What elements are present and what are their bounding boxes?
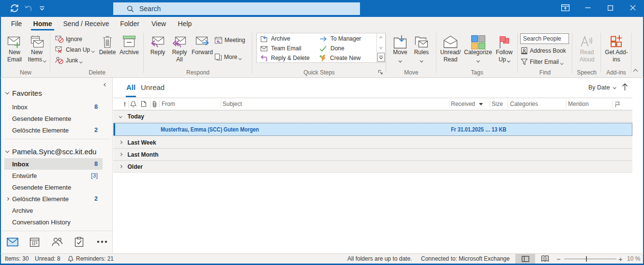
reply-all-button[interactable]: Reply All — [169, 33, 190, 63]
ribbon-display-options-button[interactable] — [554, 0, 576, 17]
reply-button[interactable]: Reply — [147, 33, 168, 56]
tab-view[interactable]: View — [148, 17, 169, 30]
zoom-slider-thumb[interactable] — [586, 256, 587, 262]
flag-status-column-header[interactable] — [613, 98, 622, 110]
tab-home[interactable]: Home — [30, 17, 55, 30]
minimize-button[interactable] — [577, 0, 599, 17]
undo-button[interactable] — [23, 3, 33, 14]
sort-direction-button[interactable] — [622, 83, 628, 92]
dropdown-icon — [79, 60, 82, 63]
folder-favorites-geloeschte-elemente[interactable]: Gelöschte Elemente 2 — [1, 124, 103, 136]
clean-up-button[interactable]: Clean Up — [55, 45, 94, 54]
folder-inbox[interactable]: Inbox 8 — [4, 158, 103, 170]
group-row-older[interactable]: Older — [113, 161, 632, 173]
archive-button[interactable]: Archive — [118, 33, 141, 56]
chevron-right-icon[interactable] — [6, 197, 9, 200]
categorize-button[interactable]: Categorize — [463, 33, 493, 63]
quick-step-archive[interactable]: Archive — [260, 34, 290, 44]
quick-step-team-email[interactable]: Team Email — [260, 44, 301, 53]
gallery-scroll-down-button[interactable] — [377, 43, 385, 53]
nav-mail-button[interactable] — [6, 236, 19, 248]
nav-people-button[interactable] — [51, 236, 63, 248]
move-button[interactable]: Move — [389, 33, 411, 63]
attachment-column-header[interactable] — [150, 98, 159, 110]
tab-send-receive[interactable]: Send / Receive — [61, 17, 111, 30]
zoom-out-button[interactable]: − — [556, 254, 561, 264]
quick-step-to-manager[interactable]: To Manager — [319, 34, 361, 44]
delete-button[interactable]: Delete — [97, 33, 118, 56]
received-column-header[interactable]: Received — [451, 98, 483, 110]
filter-email-button[interactable]: Filter Email — [521, 58, 563, 65]
send-receive-all-folders-button[interactable] — [9, 3, 20, 14]
collapse-ribbon-button[interactable] — [634, 68, 637, 74]
address-book-button[interactable]: Address Book — [521, 47, 566, 55]
gallery-scroll-up-button[interactable] — [377, 33, 385, 43]
folder-entwuerfe[interactable]: Entwürfe [3] — [1, 170, 103, 181]
mention-column-header[interactable]: Mention — [568, 98, 589, 110]
search-people-input[interactable]: Search People — [520, 33, 569, 44]
meeting-button[interactable]: Meeting — [214, 36, 245, 44]
junk-button[interactable]: Junk — [55, 56, 82, 64]
quick-steps-dialog-launcher[interactable] — [378, 70, 384, 75]
folder-favorites-gesendete-elemente[interactable]: Gesendete Elemente — [1, 113, 103, 124]
gallery-more-button[interactable] — [377, 53, 385, 62]
group-label-speech: Speech — [572, 69, 601, 76]
zoom-in-button[interactable]: + — [618, 254, 623, 264]
categories-column-header[interactable]: Categories — [510, 98, 538, 110]
nav-tasks-button[interactable] — [73, 236, 85, 248]
from-column-header[interactable]: From — [162, 98, 175, 110]
item-type-column-header[interactable] — [138, 98, 149, 110]
size-column-header[interactable]: Size — [492, 98, 503, 110]
more-respond-button[interactable]: More — [214, 53, 241, 61]
folder-favorites-inbox[interactable]: Inbox 8 — [1, 101, 103, 113]
tab-unread[interactable]: Unread — [141, 83, 165, 91]
folder-archive[interactable]: Archive — [1, 205, 103, 216]
search-bar[interactable]: Search — [113, 2, 360, 15]
folder-conversation-history[interactable]: Conversation History — [1, 216, 103, 228]
tab-folder[interactable]: Folder — [117, 17, 142, 30]
quick-step-reply-delete-icon — [260, 55, 268, 61]
quick-step-create-new[interactable]: Create New — [319, 53, 360, 63]
status-items[interactable]: Items: 30 — [5, 254, 29, 264]
close-button[interactable] — [622, 0, 644, 17]
follow-up-button[interactable]: Follow Up — [493, 33, 515, 63]
reading-view-button[interactable] — [535, 254, 555, 264]
quick-step-reply-delete[interactable]: Reply & Delete — [260, 53, 310, 63]
get-add-ins-button[interactable]: Get Add-ins — [604, 33, 629, 63]
group-row-last-week[interactable]: Last Week — [113, 136, 632, 148]
read-aloud-label: Read Aloud — [576, 49, 598, 63]
normal-view-button[interactable] — [515, 254, 535, 264]
minimize-folder-pane-button[interactable] — [105, 80, 107, 87]
maximize-button[interactable] — [599, 0, 621, 17]
read-aloud-button[interactable]: Read Aloud — [575, 33, 599, 63]
tab-help[interactable]: Help — [174, 17, 195, 30]
nav-more-button[interactable] — [96, 236, 108, 248]
ignore-button[interactable]: Ignore — [55, 35, 82, 43]
tab-all[interactable]: All — [126, 83, 135, 91]
forward-button[interactable]: Forward — [191, 33, 214, 56]
group-row-last-month[interactable]: Last Month — [113, 148, 632, 161]
folder-gesendete-elemente[interactable]: Gesendete Elemente — [1, 181, 103, 193]
sort-by-button[interactable]: By Date — [588, 84, 615, 91]
nav-calendar-button[interactable] — [28, 236, 41, 248]
importance-column-header[interactable]: ! — [122, 98, 128, 110]
folder-geloeschte-elemente[interactable]: Gelöschte Elemente 2 — [1, 193, 103, 205]
archive-icon — [122, 33, 136, 49]
zoom-slider-track[interactable] — [564, 259, 616, 259]
new-email-button[interactable]: New Email — [3, 33, 26, 63]
message-row[interactable]: Musterfrau, Emma (SCC) Guten Morgen Fr 3… — [113, 123, 632, 136]
new-items-button[interactable]: New Items — [26, 33, 48, 63]
favorites-section-header[interactable]: Favorites — [1, 88, 112, 98]
unread-read-button[interactable]: Unread/ Read — [438, 33, 463, 63]
group-row-today[interactable]: Today — [113, 110, 632, 122]
tab-file[interactable]: File — [6, 17, 27, 30]
subject-column-header[interactable]: Subject — [223, 98, 242, 110]
status-unread[interactable]: Unread: 8 — [35, 254, 60, 264]
rules-button[interactable]: Rules — [411, 33, 432, 63]
reminder-column-header[interactable] — [129, 98, 137, 110]
account-section-header[interactable]: Pamela.Sync@scc.kit.edu — [1, 147, 112, 156]
status-reminders[interactable]: Reminders: 21 — [68, 254, 114, 264]
zoom-level[interactable]: 10 % — [627, 254, 640, 264]
customize-quick-access-toolbar-button[interactable] — [37, 3, 47, 14]
quick-step-done[interactable]: Done — [319, 44, 344, 53]
